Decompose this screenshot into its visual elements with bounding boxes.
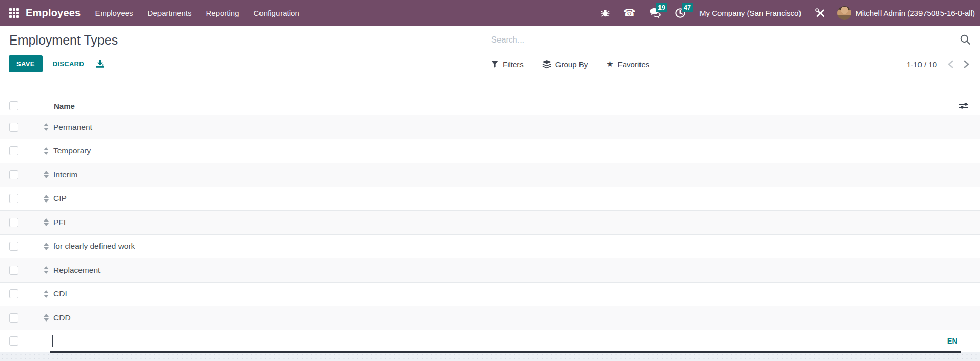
row-checkbox[interactable] [9,313,18,323]
voip-button[interactable]: ☎ [616,0,643,26]
app-brand-title[interactable]: Employees [26,7,81,19]
layers-icon [542,60,551,69]
export-button[interactable] [94,58,106,70]
group-by-button[interactable]: Group By [542,60,588,69]
table-row[interactable]: Replacement [0,258,980,283]
list-header-row: Name [0,96,980,115]
favorites-label: Favorites [618,60,650,69]
input-focus-underline [50,351,961,353]
drag-handle-icon[interactable] [44,314,49,322]
table-row[interactable]: for clearly defined work [0,235,980,259]
table-row[interactable]: CDI [0,283,980,307]
top-menu: Employees Departments Reporting Configur… [88,0,306,26]
search-button[interactable] [956,34,971,46]
favorites-button[interactable]: ★ Favorites [606,60,649,69]
systray: ☎ 19 47 My Company (San Francisco) [594,0,976,26]
top-navbar: Employees Employees Departments Reportin… [0,0,980,26]
sliders-icon [958,102,969,110]
name-input[interactable] [50,330,961,352]
row-name: PFI [53,218,66,227]
table-row[interactable]: PFI [0,211,980,235]
row-name: CDI [53,289,67,298]
drag-handle-icon[interactable] [44,195,49,203]
bug-icon [601,8,610,17]
list-body: Permanent Temporary Interim CIP [0,115,980,352]
table-row[interactable]: Temporary [0,139,980,164]
chevron-left-icon [947,60,954,68]
activities-button[interactable]: 47 [668,0,692,26]
row-name: Replacement [53,266,100,275]
row-checkbox[interactable] [9,266,18,275]
phone-icon: ☎ [623,8,636,18]
page-title: Employment Types [9,33,118,48]
drag-handle-icon[interactable] [44,218,49,226]
column-header-name[interactable]: Name [54,102,75,110]
drag-handle-icon[interactable] [44,147,49,155]
row-checkbox[interactable] [9,146,18,155]
drag-handle-icon[interactable] [44,171,49,178]
filter-funnel-icon [491,61,498,68]
menu-item-reporting[interactable]: Reporting [198,0,246,26]
filter-bar: Filters Group By ★ Favorites [491,55,649,73]
pager: 1-10 / 10 [907,55,972,73]
drag-handle-icon[interactable] [44,243,49,250]
debug-button[interactable] [594,0,616,26]
filters-label: Filters [503,60,524,69]
row-checkbox[interactable] [9,170,18,179]
row-checkbox[interactable] [9,242,18,251]
search-input[interactable] [487,35,956,45]
odoo-app-window: Employees Employees Departments Reportin… [0,0,980,361]
company-switcher[interactable]: My Company (San Francisco) [692,9,808,17]
row-checkbox[interactable] [9,336,18,346]
messages-button[interactable]: 19 [643,0,668,26]
list-footer-band [0,352,980,361]
menu-item-employees[interactable]: Employees [88,0,140,26]
row-checkbox[interactable] [9,218,18,227]
table-row[interactable]: Permanent [0,115,980,139]
support-tools-button[interactable] [808,0,832,26]
row-name: Interim [53,170,77,179]
user-menu[interactable]: Mitchell Admin (23975085-16-0-all) [855,9,976,17]
drag-handle-icon[interactable] [44,290,49,298]
chevron-right-icon [963,60,970,68]
row-name: Temporary [53,146,91,155]
drag-handle-icon[interactable] [44,123,49,131]
pager-range: 1-10 / 10 [907,60,937,69]
search-icon [959,34,971,45]
menu-item-departments[interactable]: Departments [141,0,199,26]
download-icon [95,60,105,68]
pager-previous-button[interactable] [945,59,956,69]
save-button[interactable]: SAVE [9,55,43,72]
text-cursor [52,335,53,347]
activity-count-badge: 47 [682,3,693,12]
drag-handle-icon[interactable] [44,266,49,274]
tools-icon [815,8,826,18]
apps-grid-icon [9,8,19,18]
row-name: for clearly defined work [53,242,135,251]
table-row[interactable]: CDD [0,306,980,330]
select-all-checkbox[interactable] [9,101,18,110]
search-bar [487,30,971,50]
filters-button[interactable]: Filters [491,60,524,69]
row-name: CDD [53,313,71,323]
row-checkbox[interactable] [9,194,18,203]
user-avatar[interactable] [837,6,851,20]
row-name: Permanent [53,123,92,132]
action-buttons: SAVE DISCARD [9,55,106,72]
table-row[interactable]: CIP [0,187,980,211]
control-panel: Employment Types SAVE DISCARD [0,26,980,96]
apps-menu-button[interactable] [5,0,23,26]
pager-next-button[interactable] [961,59,972,69]
discard-button[interactable]: DISCARD [52,55,85,72]
message-count-badge: 19 [656,3,667,12]
row-checkbox[interactable] [9,123,18,132]
table-row[interactable]: Interim [0,163,980,187]
row-checkbox[interactable] [9,289,18,298]
optional-columns-button[interactable] [957,101,970,111]
group-by-label: Group By [555,60,588,69]
row-name: CIP [53,194,67,203]
menu-item-configuration[interactable]: Configuration [247,0,307,26]
new-record-row[interactable]: EN [0,330,980,352]
language-badge[interactable]: EN [947,337,957,345]
star-icon: ★ [606,60,613,68]
